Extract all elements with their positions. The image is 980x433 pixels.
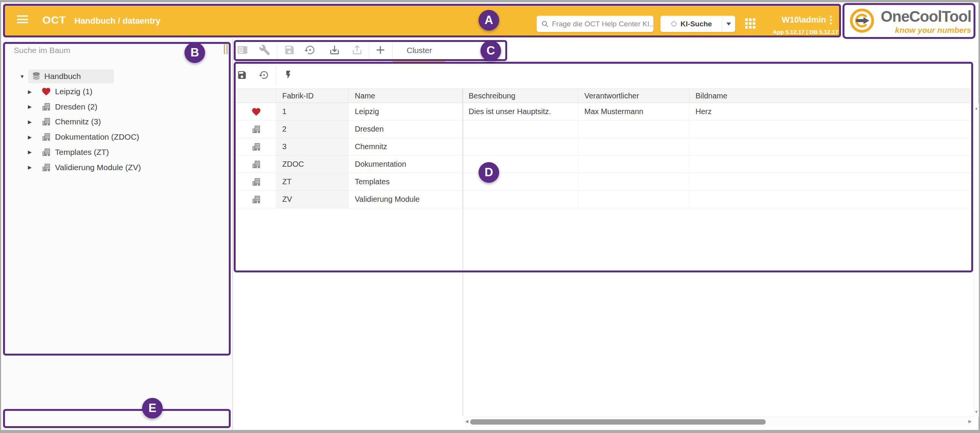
table-cell[interactable]: Leipzig xyxy=(349,103,463,120)
annotation-callout-e: E xyxy=(142,398,163,419)
chevron-collapsed-icon[interactable]: ▶ xyxy=(26,164,34,170)
wrench-icon xyxy=(259,44,270,56)
restore-icon xyxy=(304,44,316,56)
tree-item[interactable]: ▶ Leipzig (1) xyxy=(3,84,232,99)
row-type-icon-cell xyxy=(236,191,276,208)
column-header[interactable] xyxy=(236,89,276,103)
annotation-callout-c: C xyxy=(480,40,501,61)
table-cell[interactable] xyxy=(578,191,689,208)
restore-icon xyxy=(259,70,269,80)
table-cell[interactable] xyxy=(689,138,971,155)
table-cell[interactable]: Validierung Module xyxy=(349,191,463,208)
save-icon xyxy=(237,70,247,80)
chevron-collapsed-icon[interactable]: ▶ xyxy=(26,119,34,125)
splitter-drag-handle[interactable] xyxy=(224,44,228,54)
toolbar-save-button[interactable] xyxy=(284,44,295,56)
scrollbar-thumb[interactable] xyxy=(470,419,766,425)
chevron-expanded-icon[interactable]: ▼ xyxy=(18,74,26,79)
toolbar-restore-button[interactable] xyxy=(304,44,316,56)
table-cell[interactable]: Chemnitz xyxy=(349,138,463,155)
table-cell[interactable] xyxy=(689,156,971,173)
factory-icon xyxy=(41,117,51,127)
table-row[interactable]: 3Chemnitz xyxy=(236,138,971,156)
table-cell[interactable] xyxy=(578,156,689,173)
toolbar-upload-button[interactable] xyxy=(351,44,363,56)
table-cell[interactable]: 1 xyxy=(276,103,349,120)
kebab-menu-icon xyxy=(830,23,832,24)
scroll-right-icon[interactable]: ▶ xyxy=(969,419,972,424)
tree-item[interactable]: ▶ Templates (ZT) xyxy=(3,145,232,160)
table-cell[interactable]: Templates xyxy=(349,173,463,190)
help-center-search-input[interactable]: Frage die OCT Help Center KI.. xyxy=(537,16,653,32)
table-cell[interactable]: Dresden xyxy=(349,121,463,138)
tree-item-label: Handbuch xyxy=(44,72,81,81)
column-header[interactable]: Name xyxy=(349,89,463,103)
table-row[interactable]: 2Dresden xyxy=(236,121,971,138)
table-cell[interactable]: 3 xyxy=(276,138,349,155)
tree-item[interactable]: ▶ Chemnitz (3) xyxy=(3,114,232,129)
scroll-down-icon[interactable]: ▼ xyxy=(974,410,979,414)
heart-icon xyxy=(41,87,51,97)
top-header-bar: OCT Handbuch / dataentry Frage die OCT H… xyxy=(3,4,841,37)
user-account-label[interactable]: W10\admin xyxy=(731,15,826,25)
row-type-icon-cell xyxy=(236,156,276,173)
factory-icon xyxy=(251,195,261,204)
grid-actions-button[interactable] xyxy=(283,70,293,80)
table-cell[interactable] xyxy=(463,191,578,208)
table-cell[interactable] xyxy=(578,121,689,138)
scroll-up-icon[interactable]: ▲ xyxy=(974,106,979,110)
flash-icon xyxy=(283,70,293,80)
horizontal-scrollbar[interactable]: ◀ ▶ xyxy=(463,417,974,427)
table-row[interactable]: ZTTemplates xyxy=(236,173,971,191)
grid-save-button[interactable] xyxy=(237,70,247,80)
sidebar-splitter[interactable] xyxy=(232,39,233,430)
column-header[interactable]: Bildname xyxy=(689,89,971,103)
vertical-scrollbar[interactable]: ▲ ▼ xyxy=(974,103,979,417)
active-tab-indicator xyxy=(393,61,445,63)
table-cell[interactable] xyxy=(463,121,578,138)
column-header[interactable]: Beschreibung xyxy=(463,89,578,103)
table-cell[interactable]: ZDOC xyxy=(276,156,349,173)
scroll-left-icon[interactable]: ◀ xyxy=(465,419,468,424)
menu-icon xyxy=(17,19,28,20)
table-cell[interactable]: Herz xyxy=(689,103,971,120)
grid-restore-button[interactable] xyxy=(259,70,269,80)
chevron-collapsed-icon[interactable]: ▶ xyxy=(26,149,34,155)
table-cell[interactable]: Max Mustermann xyxy=(578,103,689,120)
panel-list-button[interactable] xyxy=(237,44,248,56)
table-row[interactable]: 1LeipzigDies ist unser Hauptsitz.Max Mus… xyxy=(236,103,971,121)
kebab-menu-icon xyxy=(830,16,832,18)
column-header[interactable]: Verantwortlicher xyxy=(578,89,689,103)
toolbar-settings-button[interactable] xyxy=(259,44,270,56)
table-cell[interactable] xyxy=(689,191,971,208)
tree-item[interactable]: ▶ Dresden (2) xyxy=(3,99,232,114)
table-cell[interactable]: Dokumentation xyxy=(349,156,463,173)
chevron-collapsed-icon[interactable]: ▶ xyxy=(26,104,34,109)
search-placeholder: Frage die OCT Help Center KI.. xyxy=(552,20,653,28)
table-cell[interactable] xyxy=(463,138,578,155)
column-header[interactable]: Fabrik-ID xyxy=(276,89,349,103)
tree-item[interactable]: ▶ Validierung Module (ZV) xyxy=(3,160,232,175)
table-cell[interactable] xyxy=(578,138,689,155)
ki-suche-main[interactable]: KI-Suche xyxy=(660,20,722,28)
toolbar-download-button[interactable] xyxy=(329,44,340,56)
table-cell[interactable] xyxy=(689,121,971,138)
chevron-collapsed-icon[interactable]: ▶ xyxy=(26,134,34,140)
table-cell[interactable]: Dies ist unser Hauptsitz. xyxy=(463,103,578,120)
table-cell[interactable]: 2 xyxy=(276,121,349,138)
add-tab-button[interactable] xyxy=(375,44,386,56)
tree-search-input[interactable]: Suche im Baum xyxy=(14,46,70,55)
tab-cluster[interactable]: Cluster xyxy=(393,46,446,55)
chevron-collapsed-icon[interactable]: ▶ xyxy=(26,89,34,95)
table-cell[interactable] xyxy=(689,173,971,190)
table-cell[interactable]: ZV xyxy=(276,191,349,208)
table-cell[interactable] xyxy=(578,173,689,190)
user-menu-button[interactable] xyxy=(830,16,832,24)
tree-item[interactable]: ▼ Handbuch xyxy=(3,69,232,84)
factory-icon xyxy=(251,177,261,187)
tree-item-label: Chemnitz (3) xyxy=(55,117,101,126)
table-row[interactable]: ZDOCDokumentation xyxy=(236,156,971,173)
table-row[interactable]: ZVValidierung Module xyxy=(236,191,971,208)
tree-item[interactable]: ▶ Dokumentation (ZDOC) xyxy=(3,129,232,145)
table-cell[interactable]: ZT xyxy=(276,173,349,190)
